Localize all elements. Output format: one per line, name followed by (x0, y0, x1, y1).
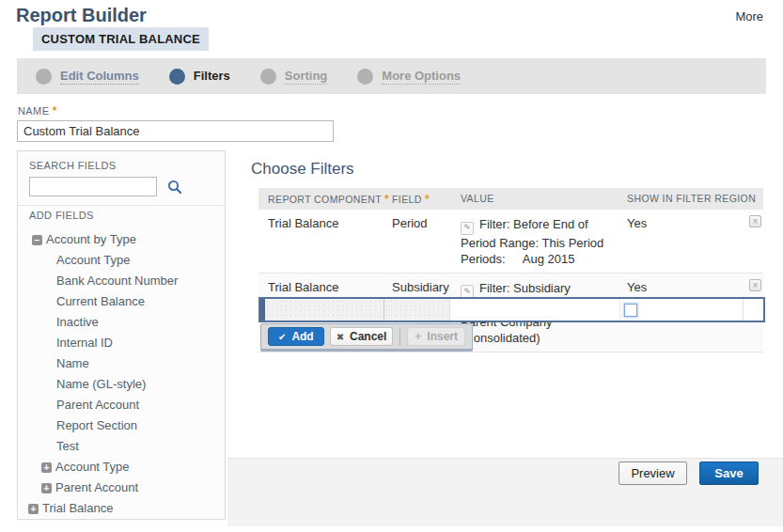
cell-value: ✎Filter: Before End of Period Range: Thi… (451, 210, 618, 273)
plus-icon: + (415, 330, 421, 343)
tree-item-account-type[interactable]: Account Type (18, 250, 225, 271)
tree-item-label: Test (56, 436, 79, 457)
tree-item-current-balance[interactable]: Current Balance (18, 291, 225, 312)
search-fields-label: SEARCH FIELDS (29, 160, 117, 171)
required-asterisk: * (425, 193, 430, 206)
filter-row-period[interactable]: Trial Balance Period ✎Filter: Before End… (258, 210, 763, 274)
edit-filter-icon[interactable]: ✎ (461, 285, 474, 298)
col-actions (741, 188, 763, 210)
tree-item-test[interactable]: Test (18, 436, 225, 457)
edit-cell-value[interactable] (450, 299, 619, 321)
col-report-component: REPORT COMPONENT * (258, 188, 383, 210)
tree-item-inactive[interactable]: Inactive (18, 312, 225, 333)
cell-show-in-filter-region: Yes (618, 210, 741, 273)
col-show-in-filter-region: SHOW IN FILTER REGION (618, 188, 741, 210)
step-sorting[interactable]: Sorting (260, 69, 328, 85)
edit-cell-actions (743, 299, 763, 321)
required-asterisk: * (53, 104, 57, 117)
tree-item-label: Inactive (56, 312, 99, 333)
fields-sidebar: SEARCH FIELDS ADD FIELDS − Account by Ty… (17, 150, 226, 520)
tree-item-label: Internal ID (56, 333, 113, 353)
insert-button[interactable]: + Insert (407, 327, 465, 346)
col-value: VALUE (451, 188, 618, 210)
edit-filter-icon[interactable]: ✎ (461, 222, 474, 235)
name-field-label: NAME * (18, 104, 57, 117)
remove-row-icon[interactable]: × (749, 279, 761, 291)
search-fields-input[interactable] (29, 177, 157, 196)
tree-item-label: Account by Type (46, 229, 136, 250)
tree-item-parent-account[interactable]: Parent Account (18, 395, 225, 415)
report-builder-window: Report Builder More CUSTOM TRIAL BALANCE… (0, 0, 783, 532)
expand-icon[interactable]: + (41, 483, 52, 493)
tree-item-label: Current Balance (56, 291, 145, 312)
toolbar-divider (399, 327, 400, 346)
edit-cell-field (384, 299, 450, 321)
step-dot-icon (36, 69, 52, 85)
cancel-button[interactable]: ✖ Cancel (330, 327, 394, 346)
tree-item-label: Name (GL-style) (56, 374, 146, 395)
edit-cell-show-in-filter-region (619, 299, 743, 321)
tree-item-name[interactable]: Name (18, 353, 225, 374)
check-icon: ✔ (278, 332, 286, 342)
cell-field: Period (383, 210, 451, 273)
step-filters[interactable]: Filters (169, 69, 230, 85)
col-field: FIELD * (383, 188, 451, 210)
tree-item-account-type-group[interactable]: + Account Type (18, 457, 225, 477)
step-edit-columns[interactable]: Edit Columns (36, 69, 139, 85)
tree-item-trial-balance[interactable]: + Trial Balance (18, 498, 225, 519)
tree-item-label: Account Type (56, 250, 131, 271)
tree-item-bank-account-number[interactable]: Bank Account Number (18, 271, 225, 291)
show-in-filter-region-checkbox[interactable] (624, 304, 637, 317)
step-label: More Options (382, 69, 461, 85)
footer-bar: Preview Save (227, 458, 783, 526)
tree-item-label: Name (56, 353, 89, 374)
step-nav: Edit Columns Filters Sorting More Option… (17, 58, 766, 94)
tree-item-internal-id[interactable]: Internal ID (18, 333, 225, 353)
step-label: Sorting (285, 69, 328, 85)
sidebar-divider (18, 205, 225, 206)
collapse-icon[interactable]: − (32, 235, 42, 245)
step-dot-icon (357, 69, 373, 85)
tree-item-label: Bank Account Number (56, 271, 178, 291)
preview-button[interactable]: Preview (619, 462, 687, 485)
tree-item-label: Parent Account (56, 395, 139, 415)
filters-table-header: REPORT COMPONENT * FIELD * VALUE SHOW IN… (258, 188, 763, 210)
search-button[interactable] (166, 179, 183, 196)
cell-report-component: Trial Balance (258, 210, 383, 273)
close-icon: ✖ (337, 332, 344, 342)
remove-row-icon[interactable]: × (749, 215, 761, 227)
page-title: Report Builder (16, 5, 147, 26)
tree-item-label: Account Type (55, 457, 130, 477)
fields-tree: − Account by Type Account Type Bank Acco… (18, 229, 225, 519)
step-label: Filters (194, 69, 230, 84)
save-button[interactable]: Save (699, 462, 759, 485)
expand-icon[interactable]: + (41, 462, 52, 473)
report-name-chip: CUSTOM TRIAL BALANCE (33, 27, 209, 51)
expand-icon[interactable]: + (28, 504, 39, 514)
tree-item-parent-account-group[interactable]: + Parent Account (18, 477, 225, 498)
step-dot-icon (169, 69, 185, 85)
name-input[interactable] (17, 120, 334, 142)
edit-row-toolbar: ✔ Add ✖ Cancel + Insert (260, 323, 473, 350)
new-filter-edit-row[interactable] (258, 297, 765, 322)
cell-actions: × (741, 210, 763, 273)
add-button[interactable]: ✔ Add (268, 327, 324, 346)
tree-item-report-section[interactable]: Report Section (18, 415, 225, 436)
tree-item-label: Report Section (56, 415, 137, 436)
search-icon (166, 179, 183, 196)
step-dot-icon (260, 69, 276, 85)
step-label: Edit Columns (60, 69, 139, 85)
step-more-options[interactable]: More Options (357, 69, 461, 85)
tree-item-label: Trial Balance (42, 498, 113, 519)
edit-cell-report-component (265, 299, 384, 321)
choose-filters-heading: Choose Filters (251, 160, 354, 179)
tree-item-account-by-type[interactable]: − Account by Type (18, 229, 225, 250)
tree-item-name-gl-style[interactable]: Name (GL-style) (18, 374, 225, 395)
add-fields-label: ADD FIELDS (29, 210, 94, 221)
more-link[interactable]: More (735, 9, 763, 23)
tree-item-label: Parent Account (55, 477, 138, 498)
